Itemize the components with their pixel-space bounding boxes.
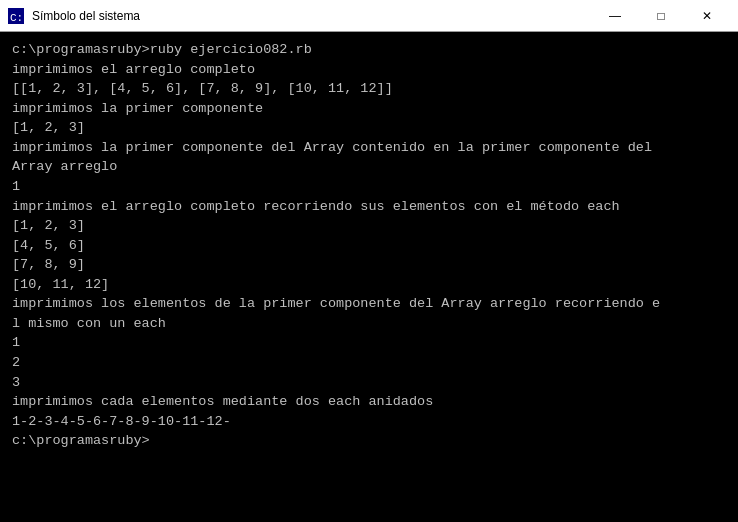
terminal-line: 3 [12,373,726,393]
close-button[interactable]: ✕ [684,0,730,32]
minimize-button[interactable]: — [592,0,638,32]
terminal-icon: C: [8,8,24,24]
terminal-line: 1 [12,333,726,353]
terminal-line: 2 [12,353,726,373]
terminal-line: 1-2-3-4-5-6-7-8-9-10-11-12- [12,412,726,432]
terminal-line: imprimimos el arreglo completo recorrien… [12,197,726,217]
terminal-line: imprimimos la primer componente del Arra… [12,138,726,158]
terminal-line: l mismo con un each [12,314,726,334]
terminal-line: 1 [12,177,726,197]
terminal-line: [4, 5, 6] [12,236,726,256]
terminal-line: imprimimos los elementos de la primer co… [12,294,726,314]
terminal-line: [10, 11, 12] [12,275,726,295]
title-bar-controls: — □ ✕ [592,0,730,32]
terminal-line: [1, 2, 3] [12,216,726,236]
terminal-line: Array arreglo [12,157,726,177]
window: C: Símbolo del sistema — □ ✕ c:\programa… [0,0,738,522]
terminal-line: c:\programasruby> [12,431,726,451]
terminal-line: [1, 2, 3] [12,118,726,138]
window-title: Símbolo del sistema [32,9,140,23]
maximize-button[interactable]: □ [638,0,684,32]
terminal-line: imprimimos la primer componente [12,99,726,119]
terminal-line: c:\programasruby>ruby ejercicio082.rb [12,40,726,60]
svg-text:C:: C: [10,12,23,24]
terminal-output: c:\programasruby>ruby ejercicio082.rbimp… [0,32,738,522]
terminal-line: imprimimos cada elementos mediante dos e… [12,392,726,412]
terminal-line: imprimimos el arreglo completo [12,60,726,80]
title-bar-left: C: Símbolo del sistema [8,8,140,24]
title-bar: C: Símbolo del sistema — □ ✕ [0,0,738,32]
terminal-line: [[1, 2, 3], [4, 5, 6], [7, 8, 9], [10, 1… [12,79,726,99]
terminal-line: [7, 8, 9] [12,255,726,275]
